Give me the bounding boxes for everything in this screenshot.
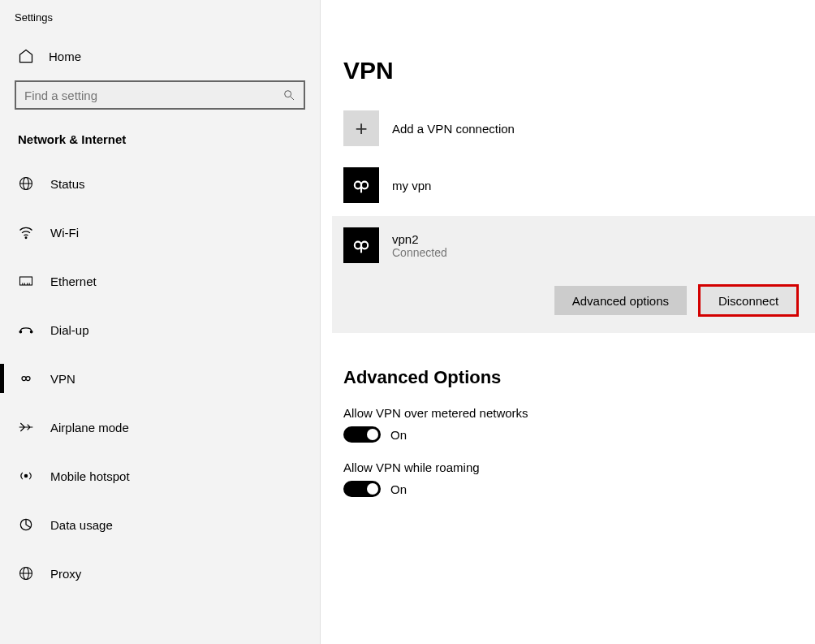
sidebar-item-label: Dial-up bbox=[50, 323, 89, 337]
airplane-icon bbox=[18, 419, 34, 435]
vpn-icon bbox=[18, 370, 34, 387]
vpn-tile-icon bbox=[343, 167, 379, 203]
sidebar-item-label: Ethernet bbox=[50, 274, 97, 288]
advanced-options-button[interactable]: Advanced options bbox=[554, 286, 687, 315]
sidebar-item-label: Status bbox=[50, 177, 85, 191]
page-title: VPN bbox=[332, 0, 815, 106]
search-icon bbox=[282, 89, 295, 102]
globe-icon bbox=[18, 175, 34, 192]
sidebar-item-label: Mobile hotspot bbox=[50, 469, 130, 483]
add-vpn-connection[interactable]: + Add a VPN connection bbox=[332, 106, 815, 151]
vpn-connection-name: vpn2 bbox=[392, 232, 447, 246]
svg-rect-6 bbox=[20, 277, 32, 285]
ethernet-icon bbox=[18, 273, 34, 289]
sidebar-item-hotspot[interactable]: Mobile hotspot bbox=[0, 452, 320, 500]
app-title: Settings bbox=[0, 8, 320, 40]
sidebar-item-airplane[interactable]: Airplane mode bbox=[0, 403, 320, 452]
sidebar-item-status[interactable]: Status bbox=[0, 159, 320, 208]
disconnect-button[interactable]: Disconnect bbox=[700, 286, 797, 315]
sidebar-item-label: Proxy bbox=[50, 567, 81, 581]
home-icon bbox=[18, 48, 34, 64]
proxy-icon bbox=[18, 565, 34, 581]
advanced-options-heading: Advanced Options bbox=[332, 352, 815, 396]
search-box[interactable] bbox=[15, 80, 305, 110]
search-input[interactable] bbox=[24, 89, 282, 102]
hotspot-icon bbox=[18, 468, 34, 484]
home-link[interactable]: Home bbox=[0, 40, 320, 80]
sidebar-item-dialup[interactable]: Dial-up bbox=[0, 305, 320, 354]
vpn-connection-name: my vpn bbox=[392, 179, 431, 192]
sidebar-item-label: VPN bbox=[50, 372, 75, 386]
toggle-state: On bbox=[390, 428, 407, 442]
svg-point-5 bbox=[25, 237, 27, 239]
sidebar-item-vpn[interactable]: VPN bbox=[0, 354, 320, 403]
dialup-icon bbox=[18, 322, 34, 338]
vpn-tile-icon bbox=[343, 227, 379, 263]
sidebar-item-proxy[interactable]: Proxy bbox=[0, 549, 320, 598]
main-panel: VPN + Add a VPN connection my vpn vpn2 C… bbox=[321, 0, 815, 644]
home-label: Home bbox=[49, 50, 81, 63]
vpn-connection-status: Connected bbox=[392, 246, 447, 259]
sidebar-item-ethernet[interactable]: Ethernet bbox=[0, 257, 320, 305]
sidebar-item-label: Data usage bbox=[50, 518, 113, 532]
metered-toggle[interactable] bbox=[343, 426, 381, 443]
sidebar-item-wifi[interactable]: Wi-Fi bbox=[0, 208, 320, 257]
vpn-connection-item[interactable]: my vpn bbox=[332, 161, 815, 210]
search-wrap bbox=[15, 80, 305, 110]
sidebar-item-datausage[interactable]: Data usage bbox=[0, 500, 320, 549]
svg-point-0 bbox=[285, 91, 291, 97]
option-label: Allow VPN over metered networks bbox=[332, 396, 815, 426]
toggle-state: On bbox=[390, 482, 407, 496]
svg-point-12 bbox=[30, 331, 32, 333]
option-label: Allow VPN while roaming bbox=[332, 451, 815, 481]
wifi-icon bbox=[18, 224, 34, 240]
svg-point-13 bbox=[24, 474, 27, 477]
plus-icon: + bbox=[343, 110, 379, 146]
add-vpn-label: Add a VPN connection bbox=[392, 122, 515, 136]
svg-point-11 bbox=[19, 331, 22, 333]
datausage-icon bbox=[18, 516, 34, 533]
category-heading: Network & Internet bbox=[0, 126, 320, 159]
sidebar-item-label: Airplane mode bbox=[50, 421, 129, 434]
roaming-toggle[interactable] bbox=[343, 481, 381, 497]
vpn-connection-selected-card: vpn2 Connected Advanced options Disconne… bbox=[332, 216, 815, 333]
sidebar-item-label: Wi-Fi bbox=[50, 226, 79, 240]
svg-line-1 bbox=[291, 97, 294, 100]
vpn-connection-item[interactable]: vpn2 Connected bbox=[343, 227, 804, 286]
sidebar: Settings Home Network & Internet Status … bbox=[0, 0, 321, 644]
